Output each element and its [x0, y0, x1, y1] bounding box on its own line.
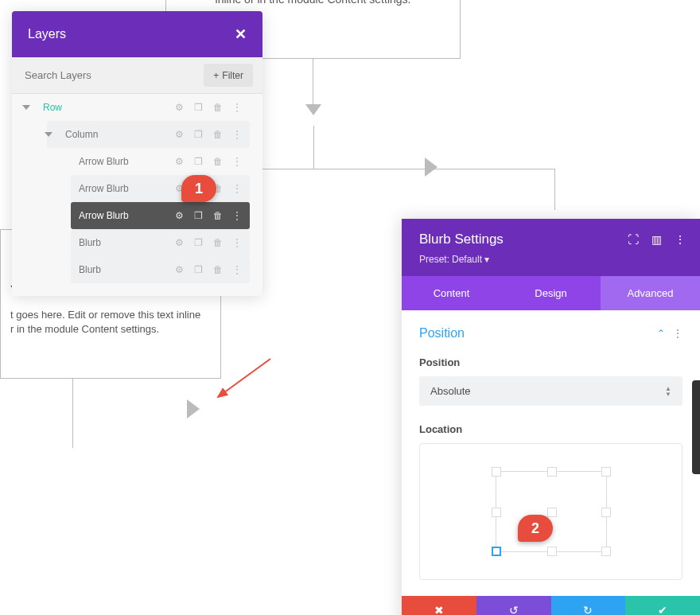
annotation-callout-2: 2: [518, 515, 553, 542]
cancel-button[interactable]: ✖: [402, 596, 476, 615]
more-icon[interactable]: ⋮: [231, 211, 242, 221]
layer-row-arrow-blurb[interactable]: Arrow Blurb ⚙ ❐ 🗑 ⋮: [71, 175, 250, 202]
layer-label: Row: [35, 102, 174, 113]
tab-design[interactable]: Design: [501, 276, 601, 310]
layers-tree: Row ⚙ ❐ 🗑 ⋮ Column ⚙ ❐ 🗑 ⋮ Arrow Blurb ⚙…: [12, 94, 262, 296]
duplicate-icon[interactable]: ❐: [193, 211, 204, 221]
more-icon[interactable]: ⋮: [673, 328, 682, 339]
gear-icon[interactable]: ⚙: [174, 238, 185, 248]
card-text-line: t goes here. Edit or remove this text in…: [10, 308, 211, 322]
bg-top-text: inline or in the module Content settings…: [216, 0, 411, 6]
settings-title: Blurb Settings: [419, 232, 504, 247]
panel-drag-handle[interactable]: [692, 380, 700, 474]
position-field-label: Position: [419, 356, 682, 368]
expand-icon[interactable]: ⛶: [628, 233, 639, 246]
toggle-icon[interactable]: [22, 105, 30, 110]
connector-line: [313, 59, 313, 105]
layers-header: Layers ✕: [12, 11, 262, 57]
gear-icon[interactable]: ⚙: [174, 211, 185, 221]
chevron-up-icon[interactable]: ⌃: [657, 328, 665, 339]
annotation-callout-1: 1: [181, 175, 216, 202]
location-anchor-tr[interactable]: [601, 467, 611, 477]
trash-icon[interactable]: 🗑: [212, 157, 223, 167]
save-button[interactable]: ✔: [625, 596, 700, 615]
gear-icon[interactable]: ⚙: [174, 265, 185, 275]
gear-icon[interactable]: ⚙: [174, 103, 185, 113]
close-icon[interactable]: ✕: [235, 25, 247, 43]
plus-icon: +: [213, 70, 219, 81]
toggle-icon[interactable]: [45, 132, 52, 137]
more-icon[interactable]: ⋮: [231, 130, 242, 140]
layers-title: Layers: [28, 27, 66, 41]
duplicate-icon[interactable]: ❐: [193, 265, 204, 275]
trash-icon[interactable]: 🗑: [212, 103, 223, 113]
layer-row-column[interactable]: Column ⚙ ❐ 🗑 ⋮: [47, 121, 250, 148]
callout-number: 1: [195, 181, 203, 197]
more-icon[interactable]: ⋮: [675, 233, 686, 246]
trash-icon[interactable]: 🗑: [212, 265, 223, 275]
location-anchor-tc[interactable]: [547, 467, 557, 477]
layer-label: Column: [57, 129, 174, 140]
trash-icon[interactable]: 🗑: [212, 211, 223, 221]
preset-value: Default: [452, 254, 482, 265]
location-anchor-mc[interactable]: [547, 508, 557, 517]
filter-label: Filter: [222, 70, 243, 81]
tab-advanced[interactable]: Advanced: [601, 276, 700, 310]
more-icon[interactable]: ⋮: [231, 157, 242, 167]
gear-icon[interactable]: ⚙: [174, 130, 185, 140]
preset-label: Preset:: [419, 254, 449, 265]
select-arrows-icon: ▲▼: [665, 386, 671, 397]
location-field-label: Location: [419, 423, 682, 435]
more-icon[interactable]: ⋮: [231, 103, 242, 113]
layer-row-blurb[interactable]: Blurb ⚙ ❐ 🗑 ⋮: [71, 256, 250, 283]
duplicate-icon[interactable]: ❐: [193, 130, 204, 140]
layer-label: Arrow Blurb: [71, 156, 174, 167]
connector-line: [313, 126, 314, 169]
redo-button[interactable]: ↻: [551, 596, 626, 615]
settings-header: Blurb Settings ⛶ ▥ ⋮ Preset: Default ▾: [402, 219, 700, 276]
layer-label: Arrow Blurb: [71, 210, 174, 221]
more-icon[interactable]: ⋮: [231, 265, 242, 275]
settings-tabs: Content Design Advanced: [402, 276, 700, 310]
location-anchor-tl[interactable]: [492, 467, 501, 477]
connector-line: [554, 169, 555, 210]
connector-arrow-down: [305, 104, 321, 115]
location-anchor-bl-active[interactable]: [492, 547, 501, 556]
location-anchor-bc[interactable]: [547, 547, 557, 556]
layers-panel: Layers ✕ + Filter Row ⚙ ❐ 🗑 ⋮ Column ⚙ ❐: [12, 11, 262, 296]
trash-icon[interactable]: 🗑: [212, 130, 223, 140]
layer-row-row[interactable]: Row ⚙ ❐ 🗑 ⋮: [25, 94, 250, 121]
duplicate-icon[interactable]: ❐: [193, 238, 204, 248]
layer-label: Arrow Blurb: [71, 183, 174, 194]
connector-arrow-right-icon: [425, 158, 438, 177]
more-icon[interactable]: ⋮: [231, 184, 242, 194]
location-anchor-ml[interactable]: [492, 508, 501, 517]
section-header-position[interactable]: Position ⌃ ⋮: [419, 326, 682, 341]
undo-button[interactable]: ↺: [476, 596, 551, 615]
tab-content[interactable]: Content: [402, 276, 501, 310]
callout-number: 2: [531, 520, 539, 537]
position-select[interactable]: Absolute ▲▼: [419, 376, 682, 406]
more-icon[interactable]: ⋮: [231, 238, 242, 248]
card-text-line: r in the module Content settings.: [10, 322, 211, 337]
settings-footer: ✖ ↺ ↻ ✔: [402, 596, 700, 615]
layer-row-arrow-blurb[interactable]: Arrow Blurb ⚙ ❐ 🗑 ⋮: [71, 148, 250, 175]
filter-button[interactable]: + Filter: [204, 64, 253, 87]
location-anchor-br[interactable]: [601, 547, 611, 556]
location-anchor-mr[interactable]: [601, 508, 611, 517]
duplicate-icon[interactable]: ❐: [193, 103, 204, 113]
select-value: Absolute: [430, 385, 471, 397]
layers-toolbar: + Filter: [12, 57, 262, 94]
preset-selector[interactable]: Preset: Default ▾: [419, 254, 686, 265]
duplicate-icon[interactable]: ❐: [193, 157, 204, 167]
settings-body: Position ⌃ ⋮ Position Absolute ▲▼ Locati…: [402, 310, 700, 596]
search-input[interactable]: [21, 64, 197, 87]
trash-icon[interactable]: 🗑: [212, 238, 223, 248]
layer-row-blurb[interactable]: Blurb ⚙ ❐ 🗑 ⋮: [71, 229, 250, 256]
layer-label: Blurb: [71, 264, 174, 275]
gear-icon[interactable]: ⚙: [174, 157, 185, 167]
columns-icon[interactable]: ▥: [651, 233, 662, 246]
layer-row-arrow-blurb-active[interactable]: Arrow Blurb ⚙ ❐ 🗑 ⋮: [71, 202, 250, 229]
connector-arrow-right-icon: [187, 399, 200, 418]
chevron-down-icon: ▾: [484, 254, 489, 265]
